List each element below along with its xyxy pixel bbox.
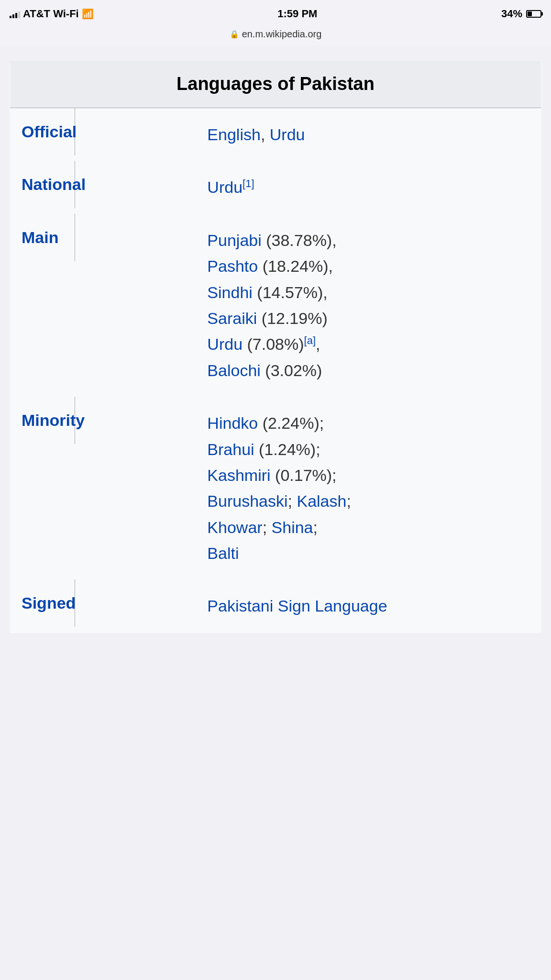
link-pashto[interactable]: Pashto bbox=[207, 257, 258, 275]
url-text: en.m.wikipedia.org bbox=[242, 29, 322, 40]
signal-bar-2 bbox=[12, 14, 14, 18]
table-row-signed: Signed Pakistani Sign Language bbox=[10, 579, 541, 633]
sup-urdu-main[interactable]: [a] bbox=[304, 334, 316, 346]
signal-bars bbox=[10, 10, 20, 18]
status-bar: AT&T Wi-Fi 📶 1:59 PM 34% bbox=[0, 0, 551, 26]
sup-national[interactable]: [1] bbox=[242, 178, 254, 189]
row-header-minority: Minority bbox=[10, 397, 75, 444]
table-title: Languages of Pakistan bbox=[10, 60, 541, 108]
signal-bar-3 bbox=[15, 13, 17, 18]
row-header-main: Main bbox=[10, 214, 75, 261]
link-sindhi[interactable]: Sindhi bbox=[207, 283, 253, 301]
status-right: 34% bbox=[501, 8, 541, 20]
content-area: Languages of Pakistan Official English, … bbox=[0, 45, 551, 647]
row-header-signed: Signed bbox=[10, 579, 75, 627]
link-khowar[interactable]: Khowar bbox=[207, 518, 262, 536]
table-row-national: National Urdu[1] bbox=[10, 161, 541, 213]
link-english[interactable]: English bbox=[207, 125, 261, 144]
link-balti[interactable]: Balti bbox=[207, 544, 239, 562]
time-display: 1:59 PM bbox=[277, 8, 317, 20]
lock-icon: 🔒 bbox=[230, 30, 239, 39]
table-row-minority: Minority Hindko (2.24%); Brahui (1.24%);… bbox=[10, 397, 541, 579]
link-balochi[interactable]: Balochi bbox=[207, 361, 261, 379]
table-row-official: Official English, Urdu bbox=[10, 108, 541, 161]
link-saraiki[interactable]: Saraiki bbox=[207, 309, 257, 327]
row-content-signed: Pakistani Sign Language bbox=[196, 579, 541, 633]
link-urdu-main[interactable]: Urdu bbox=[207, 335, 242, 353]
link-hindko[interactable]: Hindko bbox=[207, 414, 258, 432]
table-row-main: Main Punjabi (38.78%), Pashto (18.24%), … bbox=[10, 214, 541, 397]
status-left: AT&T Wi-Fi 📶 bbox=[10, 8, 94, 20]
languages-table: Languages of Pakistan Official English, … bbox=[10, 60, 541, 633]
signal-bar-1 bbox=[10, 16, 11, 18]
link-kashmiri[interactable]: Kashmiri bbox=[207, 466, 270, 484]
battery-percentage: 34% bbox=[501, 8, 522, 20]
row-content-official: English, Urdu bbox=[196, 108, 541, 161]
link-kalash[interactable]: Kalash bbox=[297, 492, 346, 510]
link-urdu-national[interactable]: Urdu bbox=[207, 178, 242, 196]
row-content-national: Urdu[1] bbox=[196, 161, 541, 213]
link-punjabi[interactable]: Punjabi bbox=[207, 231, 261, 249]
link-burushaski[interactable]: Burushaski bbox=[207, 492, 287, 510]
carrier-label: AT&T Wi-Fi bbox=[23, 8, 79, 20]
battery-icon bbox=[526, 10, 541, 18]
link-shina[interactable]: Shina bbox=[272, 518, 313, 536]
link-brahui[interactable]: Brahui bbox=[207, 440, 254, 458]
signal-bar-4 bbox=[18, 11, 20, 18]
wifi-icon: 📶 bbox=[82, 8, 94, 20]
link-psl[interactable]: Pakistani Sign Language bbox=[207, 597, 387, 615]
row-header-national: National bbox=[10, 161, 75, 208]
link-urdu-official[interactable]: Urdu bbox=[270, 125, 305, 144]
row-header-official: Official bbox=[10, 108, 75, 156]
row-content-main: Punjabi (38.78%), Pashto (18.24%), Sindh… bbox=[196, 214, 541, 397]
row-content-minority: Hindko (2.24%); Brahui (1.24%); Kashmiri… bbox=[196, 397, 541, 579]
url-bar[interactable]: 🔒 en.m.wikipedia.org bbox=[0, 26, 551, 45]
